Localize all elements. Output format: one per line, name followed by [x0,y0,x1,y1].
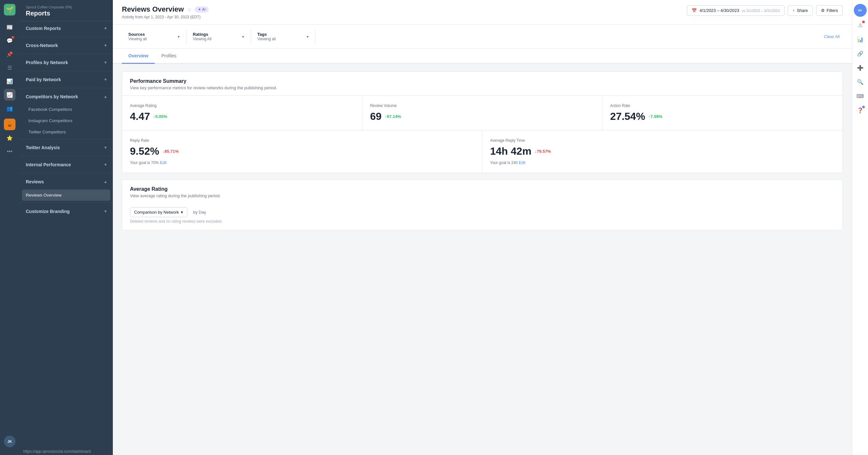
sidebar-item-twitter-analysis[interactable]: Twitter Analysis ▾ [19,140,113,155]
rail-star-icon[interactable]: ⭐ [4,132,16,144]
help-icon[interactable]: ❓ [855,104,866,116]
avg-reply-time-edit-link[interactable]: Edit [519,160,526,165]
rail-tasks-icon[interactable]: ☰ [4,62,16,73]
chevron-down-icon: ▾ [104,43,106,48]
sidebar-item-customize-branding[interactable]: Customize Branding ▾ [19,204,113,219]
sidebar-item-reviews-overview[interactable]: Reviews Overview [22,190,110,201]
rail-listen-icon[interactable]: 👥 [4,102,16,114]
reply-rate-value: 9.52% [130,145,159,157]
rail-feed-icon[interactable]: 📰 [4,21,16,33]
right-rail: ✏ ⚠ 📊 🔗 ➕ 🔍 ⌨ ❓ [852,0,868,455]
ai-badge[interactable]: ✦ AI [195,6,209,12]
by-day-label: by Day [193,210,206,215]
sources-filter[interactable]: Sources Viewing all ▾ [122,29,186,44]
sidebar-section-custom-reports: Custom Reports ▾ [19,21,113,35]
favorite-icon[interactable]: ☆ [187,6,191,12]
sources-chevron-icon: ▾ [178,34,180,39]
chevron-down-icon: ▾ [104,162,106,167]
topbar-title-row: Reviews Overview ☆ ✦ AI [122,5,209,13]
link-icon[interactable]: 🔗 [855,48,866,59]
chevron-down-icon: ▾ [104,145,106,150]
performance-summary-header: Performance Summary View key performance… [122,72,842,95]
compose-button[interactable]: ✏ [854,4,867,17]
analytics-icon[interactable]: 📊 [855,34,866,45]
sidebar-section-reviews: Reviews ▴ Reviews Overview [19,175,113,201]
ratings-label: Ratings [193,32,212,37]
sidebar-item-internal-performance[interactable]: Internal Performance ▾ [19,158,113,172]
sidebar-header: Sprout Coffee Corporate (PA) Reports [19,0,113,21]
sidebar-item-twitter-competitors[interactable]: Twitter Competitors [19,126,113,138]
avg-rating-value: 4.47 [130,110,150,123]
metric-reply-rate: Reply Rate 9.52% ↓85.71% Your goal is 70… [122,131,483,173]
tags-value: Viewing all [257,37,276,41]
review-volume-value: 69 [370,110,382,123]
review-volume-label: Review Volume [370,103,595,108]
average-rating-header: Average Rating View average rating durin… [122,180,842,203]
metric-average-rating: Average Rating 4.47 ↑0.05% [122,96,363,130]
sidebar-item-reviews[interactable]: Reviews ▴ [19,175,113,189]
avg-reply-time-value: 14h 42m [490,145,531,157]
page-title: Reviews Overview [122,5,184,13]
reply-rate-edit-link[interactable]: Edit [160,160,167,165]
sidebar-item-paid-by-network[interactable]: Paid by Network ▾ [19,72,113,87]
tab-overview[interactable]: Overview [122,48,155,64]
topbar-left: Reviews Overview ☆ ✦ AI Activity from Ap… [122,5,209,19]
tab-profiles[interactable]: Profiles [155,48,183,64]
keyboard-icon[interactable]: ⌨ [855,90,866,102]
share-button[interactable]: ↑ Share [788,5,812,16]
metrics-bottom-grid: Reply Rate 9.52% ↓85.71% Your goal is 70… [122,130,842,173]
comparison-by-network-dropdown[interactable]: Comparison by Network ▾ [130,207,187,217]
sidebar-section-competitors-by-network: Competitors by Network ▴ Facebook Compet… [19,90,113,138]
sidebar-item-instagram-competitors[interactable]: Instagram Competitors [19,115,113,126]
metrics-top-grid: Average Rating 4.47 ↑0.05% Review Volume… [122,95,842,130]
user-avatar[interactable]: JK [4,436,16,447]
sidebar-item-competitors-by-network[interactable]: Competitors by Network ▴ [19,90,113,104]
avg-reply-time-label: Average Reply Time [490,138,835,143]
rail-reports-icon[interactable]: 📈 [4,89,16,101]
url-bar: https://app.sproutsocial.com/dashboard [19,448,94,455]
search-icon[interactable]: 🔍 [855,76,866,88]
average-rating-card: Average Rating View average rating durin… [122,180,843,230]
add-icon[interactable]: ➕ [855,62,866,73]
sidebar-section-twitter-analysis: Twitter Analysis ▾ [19,140,113,155]
performance-summary-subtitle: View key performance metrics for review … [130,86,835,90]
chevron-down-icon: ▾ [104,209,106,214]
chevron-down-icon: ▾ [104,60,106,65]
average-rating-controls: Comparison by Network ▾ by Day Deleted r… [122,203,842,230]
topbar: Reviews Overview ☆ ✦ AI Activity from Ap… [113,0,852,25]
share-icon: ↑ [793,8,795,13]
sidebar-item-facebook-competitors[interactable]: Facebook Competitors [19,104,113,115]
rail-analytics-icon[interactable]: 📊 [4,75,16,87]
sidebar-section-profiles-by-network: Profiles by Network ▾ [19,56,113,70]
alert-icon[interactable]: ⚠ [855,19,866,31]
rail-more-icon[interactable]: ••• [4,145,16,157]
excluded-note: Deleted reviews and no rating reviews we… [130,219,835,224]
rail-inbox-icon[interactable]: 💬 [4,35,16,46]
tab-bar: Overview Profiles [113,48,852,64]
clear-all-button[interactable]: Clear All [821,34,843,39]
ratings-chevron-icon: ▾ [242,34,244,39]
reply-rate-goal: Your goal is 70% Edit [130,160,474,165]
action-rate-value: 27.54% [610,110,645,123]
sidebar-item-custom-reports[interactable]: Custom Reports ▾ [19,21,113,35]
rail-apps-icon[interactable]: 🎃 [4,119,16,130]
sources-label: Sources [128,32,147,37]
app-logo[interactable]: 🌱 [4,4,16,15]
metric-action-rate: Action Rate 27.54% ↑7.09% [602,96,842,130]
avg-reply-time-change: ↓79.57% [535,149,551,154]
filters-icon: ⚙ [821,8,825,13]
sidebar-item-profiles-by-network[interactable]: Profiles by Network ▾ [19,56,113,70]
reply-rate-change: ↓85.71% [162,149,179,154]
action-rate-change: ↑7.09% [648,114,662,119]
date-range-button[interactable]: 📅 4/1/2023 – 4/30/2023 vs 3/1/2023 – 3/3… [687,5,784,16]
tags-filter[interactable]: Tags Viewing all ▾ [251,29,315,44]
tags-label: Tags [257,32,276,37]
filters-button[interactable]: ⚙ Filters [816,5,843,16]
sidebar-item-cross-network[interactable]: Cross-Network ▾ [19,38,113,53]
main-content: Reviews Overview ☆ ✦ AI Activity from Ap… [113,0,852,455]
avg-rating-change: ↑0.05% [153,114,167,119]
sidebar-section-customize-branding: Customize Branding ▾ [19,204,113,219]
ai-label: AI [202,7,206,11]
rail-publish-icon[interactable]: 📌 [4,48,16,60]
ratings-filter[interactable]: Ratings Viewing All ▾ [186,29,251,44]
